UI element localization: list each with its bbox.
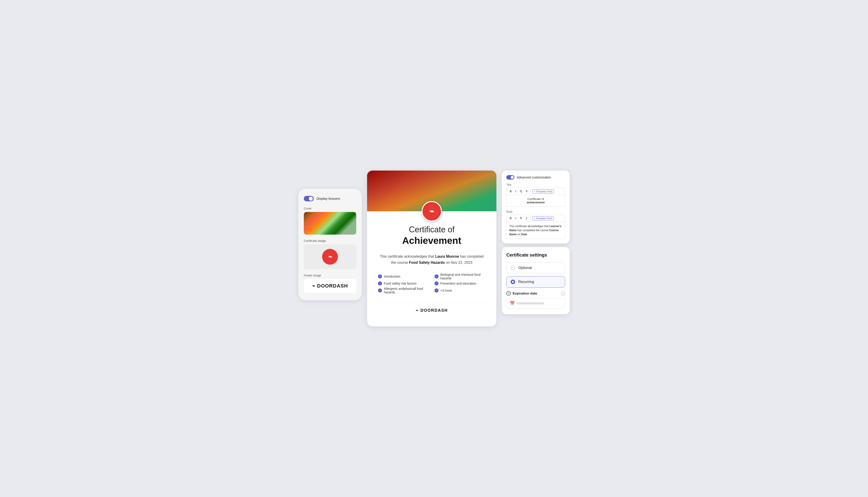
info-icon: i (561, 292, 565, 296)
completion-date: Nov 22, 2023 (451, 260, 472, 265)
optional-option[interactable]: Optional (506, 262, 565, 273)
check-icon (378, 288, 382, 293)
footer-label: Footer image (304, 274, 356, 277)
toolbar-divider-2 (530, 217, 530, 220)
body-toolbar: B I Tr ƒ + Template Field (506, 215, 565, 222)
topic-3: Allergenic andphysicall food hazards (384, 287, 429, 294)
customization-card: Advanced customization Title B I Tr T + … (502, 171, 570, 243)
doordash-text: DOORDASH (317, 283, 348, 289)
doordash-icon: ⌁ (312, 283, 315, 289)
check-icon (435, 274, 439, 279)
settings-title: Certificate settings (506, 253, 565, 258)
right-panel: Advanced customization Title B I Tr T + … (502, 171, 570, 314)
learner-name: Laura Monroe (435, 255, 459, 258)
check-icon (435, 288, 439, 293)
topic-1: Introduction (384, 275, 400, 278)
recurring-option[interactable]: Recurring (506, 276, 565, 287)
body-italic-btn[interactable]: I (514, 216, 517, 220)
clock-icon: ⏱ (506, 291, 511, 296)
topic-5: Prevention and education (440, 282, 476, 285)
badge-label: Certificate badge (304, 239, 356, 242)
body-underline-btn[interactable]: Tr (519, 216, 523, 220)
date-placeholder (517, 302, 544, 304)
list-item: Biological and chemical food hazards (435, 273, 486, 280)
cert-description: This certificate acknowledges that Laura… (378, 253, 486, 266)
topic-4: Biological and chemical food hazards (440, 273, 486, 280)
calendar-icon: 📅 (510, 301, 515, 306)
course-topics-list: Introduction Biological and chemical foo… (378, 273, 486, 294)
recurring-label: Recurring (518, 280, 534, 284)
certificate-settings-card: Certificate settings Optional Recurring … (502, 247, 570, 314)
cover-label: Cover (304, 207, 356, 210)
footer-image: ⌁ DOORDASH (304, 279, 356, 293)
template-field-btn[interactable]: + Template Field (532, 189, 554, 194)
list-item: Allergenic andphysicall food hazards (378, 287, 429, 294)
title-toolbar: B I Tr T + Template Field (506, 188, 565, 195)
cert-footer: ⌁ DOORDASH (378, 303, 486, 317)
strike-btn[interactable]: T (525, 189, 528, 194)
list-item: Introduction (378, 273, 429, 280)
footer-brand: DOORDASH (421, 308, 448, 313)
cover-image (304, 212, 356, 235)
body-strike-btn[interactable]: ƒ (525, 216, 528, 220)
optional-label: Optional (518, 266, 532, 270)
footer-icon: ⌁ (416, 308, 418, 313)
cert-badge: ⌁ (422, 201, 442, 222)
title-content-line2: achievement (527, 201, 545, 204)
list-item: +3 more (435, 287, 486, 294)
title-content-line1: Certificate of (528, 197, 544, 201)
badge-container: ⌁ (304, 244, 356, 269)
main-container: Display lessons Cover Certificate badge … (298, 171, 570, 326)
body-bold-btn[interactable]: B (509, 216, 513, 220)
display-lessons-toggle[interactable] (304, 196, 314, 201)
body-editor-content[interactable]: This certificate aknowledges that Learne… (506, 222, 565, 239)
title-field-label: Title (506, 183, 565, 186)
recurring-radio[interactable] (511, 280, 515, 284)
doordash-badge-icon: ⌁ (328, 253, 332, 260)
title-editor-content[interactable]: Certificate of achievement (506, 195, 565, 207)
italic-btn[interactable]: I (514, 189, 517, 194)
cert-title-line2: Achievement (378, 235, 486, 246)
bold-btn[interactable]: B (509, 189, 513, 194)
display-lessons-row: Display lessons (304, 196, 356, 201)
advanced-toggle[interactable] (506, 175, 514, 180)
list-item: Food safety risk factors (378, 281, 429, 285)
badge-circle: ⌁ (322, 249, 338, 265)
advanced-label: Advanced customization (517, 175, 551, 179)
date-input[interactable]: 📅 (506, 298, 565, 309)
cert-title-line1: Certificate of (378, 225, 486, 235)
expiration-label: Expiration date (513, 292, 559, 295)
course-name: Food Safety Hazards (409, 260, 445, 265)
list-item: Prevention and education (435, 281, 486, 285)
check-icon (435, 281, 439, 285)
check-icon (378, 274, 382, 279)
left-panel: Display lessons Cover Certificate badge … (298, 189, 362, 300)
topic-more: +3 more (440, 289, 452, 292)
optional-radio[interactable] (511, 266, 515, 270)
certificate-panel: ⌁ Certificate of Achievement This certif… (367, 171, 496, 326)
advanced-toggle-row: Advanced customization (506, 175, 565, 180)
topic-2: Food safety risk factors (384, 282, 416, 285)
expiration-row: ⏱ Expiration date i (506, 291, 565, 296)
body-template-field-btn[interactable]: + Template Field (532, 216, 554, 220)
check-icon (378, 281, 382, 285)
display-lessons-label: Display lessons (317, 197, 340, 200)
doordash-footer-logo: ⌁ DOORDASH (312, 283, 348, 289)
body-field-label: Body (506, 210, 565, 213)
underline-btn[interactable]: Tr (519, 189, 523, 194)
cert-header: ⌁ (367, 171, 496, 211)
cert-badge-icon: ⌁ (429, 207, 434, 216)
cert-body: Certificate of Achievement This certific… (367, 211, 496, 326)
